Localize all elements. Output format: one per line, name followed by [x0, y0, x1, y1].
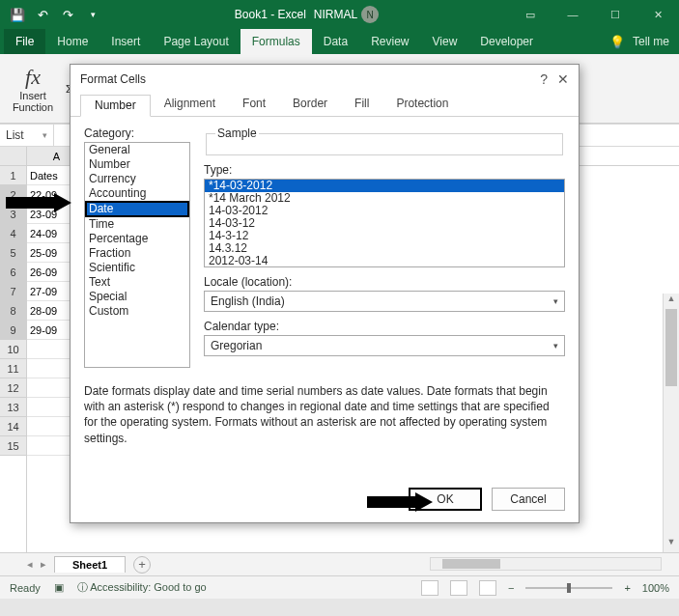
tellme-bulb-icon: 💡: [609, 34, 625, 49]
row-header[interactable]: 8: [0, 301, 26, 321]
zoom-in-button[interactable]: +: [624, 582, 630, 594]
row-header[interactable]: 9: [0, 321, 26, 340]
close-window-button[interactable]: ✕: [637, 0, 679, 29]
row-header[interactable]: 12: [0, 378, 26, 398]
type-list[interactable]: *14-03-2012*14 March 201214-03-201214-03…: [204, 179, 565, 267]
dialog-tab-protection[interactable]: Protection: [382, 94, 462, 116]
sheet-tab-active[interactable]: Sheet1: [54, 556, 126, 573]
save-icon[interactable]: 💾: [6, 3, 29, 26]
row-header[interactable]: 1: [0, 166, 26, 185]
row-header[interactable]: 6: [0, 263, 26, 282]
tab-file[interactable]: File: [4, 29, 45, 54]
row-header[interactable]: 4: [0, 224, 26, 243]
tab-data[interactable]: Data: [312, 29, 359, 54]
category-item[interactable]: Date: [85, 201, 189, 217]
undo-icon[interactable]: ↶: [31, 3, 54, 26]
close-icon[interactable]: ✕: [557, 71, 569, 87]
view-page-layout-button[interactable]: [450, 580, 467, 596]
view-page-break-button[interactable]: [479, 580, 496, 596]
macro-record-icon[interactable]: ▣: [54, 581, 64, 594]
ribbon-tabs: File Home Insert Page Layout Formulas Da…: [0, 29, 679, 54]
dialog-tabs: Number Alignment Font Border Fill Protec…: [71, 94, 579, 117]
select-all-corner[interactable]: [0, 147, 26, 166]
row-header[interactable]: 15: [0, 436, 26, 456]
scroll-down-icon[interactable]: ▼: [664, 537, 679, 552]
tab-page-layout[interactable]: Page Layout: [152, 29, 240, 54]
format-description: Date formats display date and time seria…: [84, 383, 565, 446]
cancel-button[interactable]: Cancel: [492, 488, 565, 511]
zoom-slider[interactable]: [525, 587, 612, 589]
category-item[interactable]: Accounting: [85, 186, 189, 201]
type-item[interactable]: 14-3-12: [205, 230, 564, 242]
vertical-scrollbar[interactable]: ▲ ▼: [663, 294, 679, 552]
dialog-tab-border[interactable]: Border: [279, 94, 341, 116]
help-icon[interactable]: ?: [540, 71, 548, 87]
ribbon-display-options-icon[interactable]: ▭: [509, 0, 552, 29]
type-label: Type:: [204, 163, 565, 177]
category-item[interactable]: Percentage: [85, 232, 189, 246]
redo-icon[interactable]: ↷: [56, 3, 79, 26]
category-item[interactable]: Text: [85, 275, 189, 290]
sample-label: Sample: [215, 126, 259, 140]
locale-combo[interactable]: English (India) ▾: [204, 291, 565, 312]
dialog-tab-fill[interactable]: Fill: [341, 94, 382, 116]
view-normal-button[interactable]: [421, 580, 439, 596]
tab-home[interactable]: Home: [45, 29, 99, 54]
minimize-button[interactable]: —: [552, 0, 594, 29]
zoom-out-button[interactable]: −: [508, 582, 514, 594]
sheet-nav-next-icon[interactable]: ▸: [41, 558, 46, 571]
accessibility-status[interactable]: ⓘ Accessibility: Good to go: [77, 580, 207, 595]
row-header[interactable]: 5: [0, 243, 26, 263]
dialog-tab-font[interactable]: Font: [229, 94, 279, 116]
category-item[interactable]: Currency: [85, 172, 189, 186]
horizontal-scrollbar[interactable]: [430, 557, 662, 571]
chevron-down-icon: ▾: [553, 341, 558, 350]
name-box[interactable]: List ▾: [0, 125, 54, 146]
scroll-thumb[interactable]: [665, 309, 677, 386]
category-item[interactable]: Time: [85, 217, 189, 232]
category-item[interactable]: Special: [85, 290, 189, 304]
user-badge[interactable]: NIRMAL N: [314, 6, 379, 23]
format-cells-dialog: Format Cells ? ✕ Number Alignment Font B…: [70, 64, 580, 523]
insert-function-button[interactable]: fx Insert Function: [6, 65, 60, 113]
chevron-down-icon: ▾: [553, 296, 558, 306]
tab-formulas[interactable]: Formulas: [240, 29, 312, 54]
row-header[interactable]: 11: [0, 359, 26, 378]
category-item[interactable]: Number: [85, 157, 189, 172]
tab-developer[interactable]: Developer: [468, 29, 545, 54]
sample-box: Sample: [206, 126, 563, 155]
annotation-arrow-category: [6, 193, 71, 212]
tellme-label[interactable]: Tell me: [633, 35, 669, 48]
maximize-button[interactable]: ☐: [594, 0, 637, 29]
zoom-value[interactable]: 100%: [642, 582, 669, 594]
category-list[interactable]: GeneralNumberCurrencyAccountingDateTimeP…: [84, 142, 190, 368]
category-item[interactable]: Scientific: [85, 261, 189, 275]
zoom-handle[interactable]: [567, 583, 571, 593]
tab-view[interactable]: View: [421, 29, 469, 54]
row-header[interactable]: 14: [0, 417, 26, 436]
type-item[interactable]: 14-03-12: [205, 217, 564, 230]
type-item[interactable]: 14-03-2012: [205, 205, 564, 217]
category-item[interactable]: Fraction: [85, 246, 189, 261]
add-sheet-button[interactable]: +: [133, 556, 151, 574]
qat-customize-icon[interactable]: ▾: [81, 3, 104, 26]
calendar-combo[interactable]: Gregorian ▾: [204, 335, 565, 356]
row-header[interactable]: 7: [0, 282, 26, 301]
titlebar: 💾 ↶ ↷ ▾ Book1 - Excel NIRMAL N ▭ — ☐ ✕: [0, 0, 679, 29]
tab-review[interactable]: Review: [359, 29, 420, 54]
category-item[interactable]: Custom: [85, 304, 189, 319]
calendar-value: Gregorian: [211, 339, 262, 352]
dialog-tab-number[interactable]: Number: [80, 95, 151, 117]
scroll-up-icon[interactable]: ▲: [664, 294, 679, 309]
dialog-titlebar[interactable]: Format Cells ? ✕: [71, 65, 579, 94]
scroll-thumb[interactable]: [442, 559, 500, 569]
dialog-tab-alignment[interactable]: Alignment: [151, 94, 229, 116]
row-header[interactable]: 10: [0, 340, 26, 359]
locale-value: English (India): [211, 294, 285, 308]
tab-insert[interactable]: Insert: [99, 29, 152, 54]
sheet-nav-prev-icon[interactable]: ◂: [27, 558, 33, 571]
titlebar-center: Book1 - Excel NIRMAL N: [104, 6, 509, 23]
category-item[interactable]: General: [85, 143, 189, 157]
row-header[interactable]: 13: [0, 398, 26, 417]
type-item[interactable]: 2012-03-14: [205, 255, 564, 267]
